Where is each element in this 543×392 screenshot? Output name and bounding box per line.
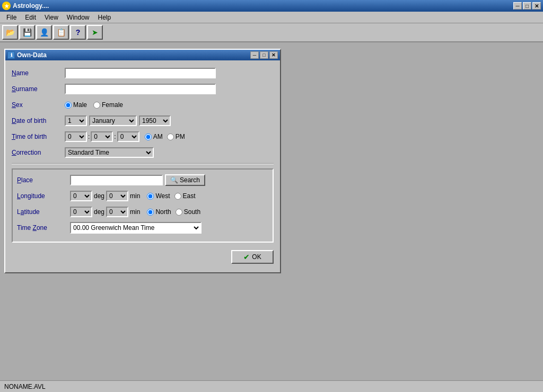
search-label: Search (180, 176, 200, 184)
toolbar-copy-button[interactable]: 📋 (53, 25, 69, 40)
tob-hour-select[interactable]: 01234 56789 1011121314 1516171819 202122… (65, 131, 87, 142)
open-icon: 📂 (6, 28, 15, 37)
ok-label: OK (252, 253, 261, 261)
longitude-direction-group: West East (147, 192, 195, 200)
toolbar-arrow-button[interactable]: ➤ (87, 25, 103, 40)
arrow-icon: ➤ (92, 28, 98, 37)
surname-row: Surname (12, 83, 274, 95)
pm-radio[interactable] (167, 133, 174, 140)
help-icon: ? (76, 28, 81, 37)
dialog-minimize-button[interactable]: ─ (250, 51, 259, 59)
restore-button[interactable]: □ (523, 2, 531, 10)
longitude-row: Longitude 010203040 5060708090 100110120… (17, 190, 268, 202)
timezone-select[interactable]: 00.00 Greenwich Mean Time 01.00 Central … (70, 222, 202, 234)
surname-label: Surname (12, 85, 65, 93)
pm-label[interactable]: PM (167, 133, 185, 140)
toolbar-help-button[interactable]: ? (70, 25, 86, 40)
sex-male-text: Male (73, 101, 87, 109)
name-label: Name (12, 69, 65, 77)
correction-select[interactable]: Standard Time Summer Time Universal Time (65, 147, 154, 158)
longitude-deg-label: deg (94, 192, 104, 200)
dob-year-select[interactable]: 19501951195219531954 1960197019801990200… (139, 115, 171, 126)
latitude-south-text: South (184, 208, 200, 216)
sex-female-text: Female (102, 101, 123, 109)
ok-button[interactable]: ✔ OK (231, 250, 274, 264)
person-icon: 👤 (40, 28, 49, 37)
latitude-min-select[interactable]: 05101520 2530354045 5055 (106, 207, 128, 217)
latitude-north-text: North (155, 208, 171, 216)
sex-female-label[interactable]: Female (93, 101, 123, 109)
dialog-icon: ℹ (7, 51, 15, 59)
toolbar-open-button[interactable]: 📂 (2, 25, 18, 40)
latitude-south-radio[interactable] (176, 209, 182, 216)
dialog-title-buttons: ─ □ ✕ (250, 51, 278, 59)
menu-file[interactable]: File (2, 13, 21, 22)
search-icon: 🔍 (170, 176, 178, 184)
menu-edit[interactable]: Edit (21, 13, 40, 22)
search-button[interactable]: 🔍 Search (165, 174, 205, 186)
latitude-north-radio[interactable] (147, 209, 154, 216)
longitude-deg-select[interactable]: 010203040 5060708090 100110120130140 150… (70, 191, 92, 201)
sex-male-label[interactable]: Male (65, 101, 87, 109)
place-label: Place (17, 176, 70, 184)
minimize-button[interactable]: ─ (513, 2, 522, 10)
longitude-east-radio[interactable] (174, 193, 181, 200)
dob-month-select[interactable]: JanuaryFebruaryMarchApril MayJuneJulyAug… (89, 115, 137, 126)
app-title: Astrology.... (13, 2, 49, 10)
longitude-min-label: min (130, 192, 140, 200)
dialog-restore-button[interactable]: □ (260, 51, 268, 59)
menu-bar: File Edit View Window Help (0, 12, 543, 23)
ok-checkmark-icon: ✔ (243, 253, 250, 261)
menu-view[interactable]: View (40, 13, 63, 22)
toolbar-person-button[interactable]: 👤 (36, 25, 52, 40)
status-text: NONAME.AVL (4, 383, 46, 390)
longitude-label: Longitude (17, 192, 70, 200)
surname-input[interactable] (65, 84, 216, 94)
title-bar: ★ Astrology.... ─ □ ✕ (0, 0, 543, 12)
dialog-close-button[interactable]: ✕ (269, 51, 278, 59)
time-separator-1: : (88, 133, 90, 140)
dialog-content: Name Surname Sex Male (5, 60, 280, 272)
tob-row: Time of birth 01234 56789 1011121314 151… (12, 130, 274, 143)
longitude-east-label[interactable]: East (174, 192, 196, 200)
pm-text: PM (176, 133, 185, 140)
name-input[interactable] (65, 68, 216, 78)
am-label[interactable]: AM (145, 133, 163, 140)
menu-window[interactable]: Window (63, 13, 94, 22)
latitude-north-label[interactable]: North (147, 208, 171, 216)
latitude-direction-group: North South (147, 208, 200, 216)
tob-sec-select[interactable]: 05101520 2530354045 5055 (117, 131, 139, 142)
dialog-title-left: ℹ Own-Data (7, 51, 47, 59)
toolbar: 📂 💾 👤 📋 ? ➤ (0, 23, 543, 42)
sex-radio-group: Male Female (65, 101, 123, 109)
status-bar: NONAME.AVL (0, 380, 543, 392)
separator (12, 163, 274, 164)
timezone-row: Time Zone 00.00 Greenwich Mean Time 01.0… (17, 221, 268, 234)
dob-day-select[interactable]: 12345 678910 1112131415 1617181920 21222… (65, 115, 87, 126)
latitude-south-label[interactable]: South (176, 208, 200, 216)
dialog-title-text: Own-Data (17, 51, 47, 59)
place-input[interactable] (70, 175, 163, 185)
dialog-title-bar: ℹ Own-Data ─ □ ✕ (5, 50, 280, 60)
latitude-deg-select[interactable]: 010203040 5060708090 (70, 207, 92, 217)
longitude-min-select[interactable]: 05101520 2530354045 5055 (106, 191, 128, 201)
name-row: Name (12, 67, 274, 79)
sex-female-radio[interactable] (93, 102, 100, 109)
close-button[interactable]: ✕ (532, 2, 541, 10)
longitude-west-label[interactable]: West (147, 192, 170, 200)
correction-label: Correction (12, 149, 65, 156)
location-panel: Place 🔍 Search Longitude 010203040 (12, 168, 274, 243)
sex-row: Sex Male Female (12, 99, 274, 111)
copy-icon: 📋 (57, 28, 66, 37)
tob-min-select[interactable]: 05101520 2530354045 5055 (91, 131, 113, 142)
am-radio[interactable] (145, 133, 152, 140)
toolbar-save-button[interactable]: 💾 (19, 25, 35, 40)
title-bar-buttons: ─ □ ✕ (513, 2, 541, 10)
latitude-label: Latitude (17, 208, 70, 216)
latitude-row: Latitude 010203040 5060708090 deg 051015… (17, 206, 268, 218)
place-row: Place 🔍 Search (17, 174, 268, 186)
menu-help[interactable]: Help (94, 13, 116, 22)
longitude-west-radio[interactable] (147, 193, 154, 200)
timezone-label: Time Zone (17, 224, 70, 231)
sex-male-radio[interactable] (65, 102, 72, 109)
